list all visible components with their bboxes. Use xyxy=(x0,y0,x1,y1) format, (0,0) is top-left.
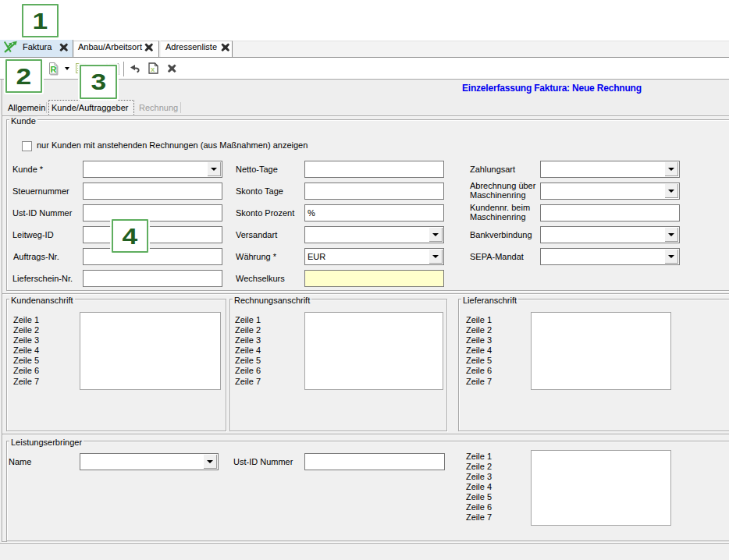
svg-text:R: R xyxy=(50,65,56,74)
svg-text:x: x xyxy=(151,65,155,73)
